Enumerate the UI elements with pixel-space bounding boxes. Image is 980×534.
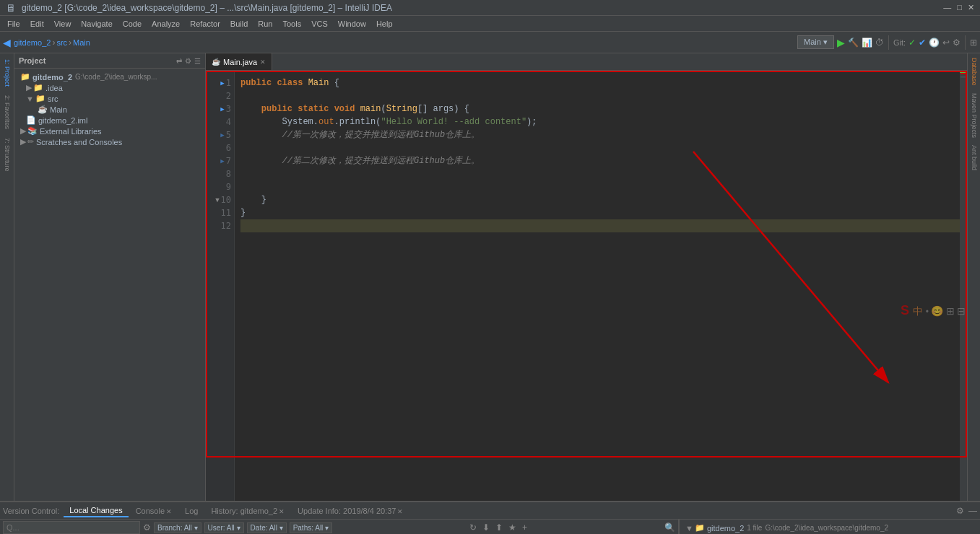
vc-settings-icon[interactable]: ⚙	[956, 506, 964, 516]
close-button[interactable]: ✕	[968, 3, 974, 12]
tree-item-root[interactable]: 📁 gitdemo_2 G:\code_2\idea_worksp...	[14, 71, 205, 82]
code-line-2	[240, 89, 961, 102]
run-config-label: Main	[804, 38, 821, 46]
fetch-icon[interactable]: ⬇	[482, 522, 490, 533]
menu-run[interactable]: Run	[253, 18, 277, 30]
menu-edit[interactable]: Edit	[26, 18, 48, 30]
editor-scrollbar[interactable]	[960, 71, 967, 501]
tree-item-main-java[interactable]: ☕ Main	[14, 104, 205, 115]
maximize-button[interactable]: □	[957, 3, 962, 12]
tree-item-ext-libs[interactable]: ▶ 📚 External Libraries	[14, 126, 205, 136]
tree-item-src[interactable]: ▼ 📁 src	[14, 93, 205, 104]
project-settings-icon[interactable]: ☰	[194, 57, 201, 65]
vc-left-panel: ⚙ Branch: All ▾ User: All ▾ Date: All ▾ …	[0, 520, 679, 534]
tab-console[interactable]: Console✕	[130, 505, 178, 517]
layout-icon[interactable]: ⊞	[970, 38, 977, 48]
menu-file[interactable]: File	[3, 18, 25, 30]
tree-expand-icon: ▼	[685, 524, 693, 533]
paths-filter[interactable]: Paths: All ▾	[290, 522, 332, 533]
tab-label: Main.java	[223, 58, 257, 66]
vc-search-icon[interactable]: 🔍	[664, 522, 675, 533]
bottom-content: ⚙ Branch: All ▾ User: All ▾ Date: All ▾ …	[0, 520, 980, 534]
tab-local-changes[interactable]: Local Changes	[64, 504, 128, 517]
vc-tree-root[interactable]: ▼ 📁 gitdemo_2 1 file G:\code_2\idea_work…	[682, 522, 977, 533]
tree-item-iml[interactable]: 📄 gitdemo_2.iml	[14, 115, 205, 126]
editor-tab-main[interactable]: ☕ Main.java ✕	[206, 53, 272, 70]
run-icon[interactable]: ▶	[837, 37, 845, 48]
refresh-icon[interactable]: ↻	[469, 522, 477, 533]
ant-icon[interactable]: Ant build	[969, 144, 979, 172]
toolbar: ◀ gitdemo_2 › src › Main Main ▾ ▶ 🔨 📊 ⏱ …	[0, 32, 980, 53]
scratch-icon: ✏	[27, 137, 34, 146]
branch-filter[interactable]: Branch: All ▾	[154, 522, 201, 533]
database-icon[interactable]: Database	[969, 56, 979, 87]
vc-root-path: G:\code_2\idea_workspace\gitdemo_2	[765, 524, 888, 532]
back-icon[interactable]: ◀	[3, 37, 11, 48]
menu-help[interactable]: Help	[372, 18, 397, 30]
add-branch-icon[interactable]: +	[522, 522, 527, 533]
line-num-6: 6	[209, 141, 231, 154]
pull-icon[interactable]: ⬆	[495, 522, 503, 533]
line-num-1: ▶1	[209, 76, 231, 89]
tab-log[interactable]: Log	[179, 505, 204, 517]
menu-refactor[interactable]: Refactor	[186, 18, 225, 30]
project-gear-icon[interactable]: ⚙	[185, 57, 191, 65]
line-num-11: 11	[209, 206, 231, 219]
git-settings-icon[interactable]: ⚙	[953, 38, 961, 48]
vc-right-panel: ▼ 📁 gitdemo_2 1 file G:\code_2\idea_work…	[680, 520, 980, 534]
structure-sidebar-icon[interactable]: 7: Structure	[2, 135, 12, 175]
build-icon[interactable]: 🔨	[848, 38, 859, 48]
git-check-icon[interactable]: ✓	[909, 38, 916, 48]
tab-close-icon[interactable]: ✕	[260, 58, 266, 66]
git-tick-icon[interactable]: ✔	[919, 38, 926, 48]
coverage-icon[interactable]: 📊	[862, 38, 872, 48]
line-num-12: 12	[209, 219, 231, 232]
menu-bar: File Edit View Navigate Code Analyze Ref…	[0, 16, 980, 32]
tab-history[interactable]: History: gitdemo_2✕	[205, 505, 290, 517]
date-filter[interactable]: Date: All ▾	[247, 522, 287, 533]
minimize-button[interactable]: —	[943, 3, 951, 12]
git-rollback-icon[interactable]: ↩	[942, 38, 950, 48]
git-history-icon[interactable]: 🕐	[929, 38, 940, 48]
user-filter[interactable]: User: All ▾	[204, 522, 244, 533]
tab-update-info[interactable]: Update Info: 2019/8/4 20:37✕	[292, 505, 409, 517]
push-icon[interactable]: ★	[508, 522, 516, 533]
code-line-8	[240, 167, 961, 180]
menu-analyze[interactable]: Analyze	[147, 18, 184, 30]
line-num-8: 8	[209, 167, 231, 180]
menu-build[interactable]: Build	[226, 18, 252, 30]
git-label: Git:	[893, 38, 906, 47]
menu-window[interactable]: Window	[334, 18, 370, 30]
profile-icon[interactable]: ⏱	[875, 38, 884, 48]
line-num-4: 4	[209, 115, 231, 128]
vc-search-settings-icon[interactable]: ⚙	[143, 522, 151, 533]
line-num-9: 9	[209, 180, 231, 193]
breadcrumb-project[interactable]: gitdemo_2	[14, 38, 51, 47]
project-sync-icon[interactable]: ⇄	[176, 57, 182, 65]
vc-label: Version Control:	[3, 507, 59, 515]
folder-collapse-icon: ▶	[26, 83, 32, 92]
code-line-1: public class Main {	[240, 76, 961, 89]
menu-view[interactable]: View	[50, 18, 76, 30]
favorites-sidebar-icon[interactable]: 2: Favorites	[2, 92, 12, 132]
code-line-7: //第二次修改，提交并推送到远程Github仓库上。	[240, 154, 961, 167]
run-config-button[interactable]: Main ▾	[797, 35, 834, 49]
menu-tools[interactable]: Tools	[278, 18, 305, 30]
title-bar: 🖥 gitdemo_2 [G:\code_2\idea_workspace\gi…	[0, 0, 980, 16]
menu-code[interactable]: Code	[118, 18, 146, 30]
code-editor[interactable]: public class Main { public static void m…	[235, 71, 967, 501]
project-sidebar-icon[interactable]: 1: Project	[2, 56, 12, 89]
line-num-2: 2	[209, 89, 231, 102]
tree-item-scratches[interactable]: ▶ ✏ Scratches and Consoles	[14, 136, 205, 147]
maven-icon[interactable]: Maven Projects	[969, 92, 979, 139]
folder-icon: 📁	[20, 72, 30, 82]
project-panel: Project ⇄ ⚙ ☰ 📁 gitdemo_2 G:\code_2\idea…	[14, 53, 206, 501]
breadcrumb-main[interactable]: Main	[73, 38, 90, 47]
folder-icon: 📁	[695, 523, 705, 533]
menu-vcs[interactable]: VCS	[307, 18, 332, 30]
menu-navigate[interactable]: Navigate	[77, 18, 116, 30]
tree-item-idea[interactable]: ▶ 📁 .idea	[14, 82, 205, 93]
breadcrumb-src[interactable]: src	[56, 38, 67, 47]
vc-search-input[interactable]	[3, 521, 140, 534]
vc-minimize-icon[interactable]: —	[968, 506, 977, 516]
